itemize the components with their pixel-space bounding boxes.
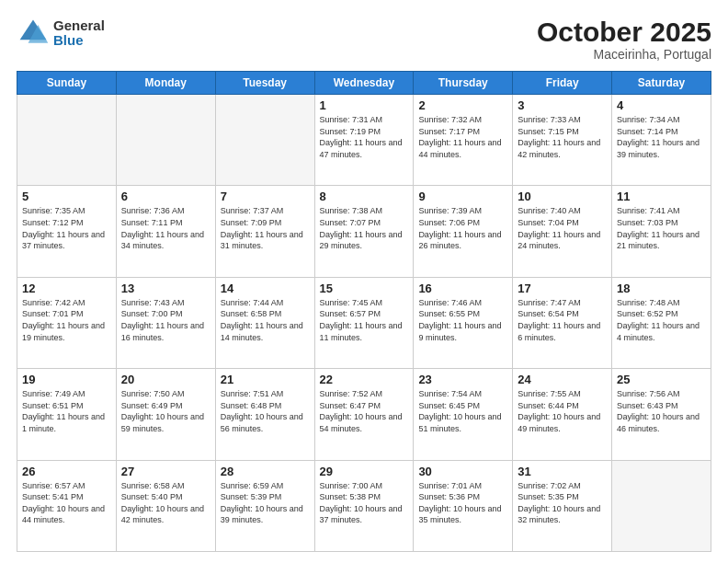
day-info: Sunrise: 7:43 AM Sunset: 7:00 PM Dayligh… [121, 297, 210, 343]
day-info: Sunrise: 7:41 AM Sunset: 7:03 PM Dayligh… [617, 205, 706, 251]
day-number: 17 [518, 282, 607, 295]
day-number: 28 [221, 465, 310, 478]
calendar-cell: 7Sunrise: 7:37 AM Sunset: 7:09 PM Daylig… [215, 186, 314, 277]
calendar-cell: 2Sunrise: 7:32 AM Sunset: 7:17 PM Daylig… [414, 95, 513, 186]
day-number: 22 [320, 373, 409, 386]
calendar-cell: 17Sunrise: 7:47 AM Sunset: 6:54 PM Dayli… [513, 277, 612, 368]
day-of-week-header: Sunday [17, 72, 117, 95]
day-number: 14 [221, 282, 310, 295]
day-info: Sunrise: 7:52 AM Sunset: 6:47 PM Dayligh… [320, 388, 409, 434]
day-of-week-header: Thursday [414, 72, 513, 95]
day-number: 18 [617, 282, 706, 295]
calendar-header-row: SundayMondayTuesdayWednesdayThursdayFrid… [17, 72, 711, 95]
calendar-cell: 18Sunrise: 7:48 AM Sunset: 6:52 PM Dayli… [612, 277, 711, 368]
calendar-cell: 4Sunrise: 7:34 AM Sunset: 7:14 PM Daylig… [612, 95, 711, 186]
calendar-cell: 23Sunrise: 7:54 AM Sunset: 6:45 PM Dayli… [414, 369, 513, 460]
calendar-cell: 11Sunrise: 7:41 AM Sunset: 7:03 PM Dayli… [612, 186, 711, 277]
day-number: 10 [518, 190, 607, 203]
day-info: Sunrise: 7:00 AM Sunset: 5:38 PM Dayligh… [320, 480, 409, 526]
day-info: Sunrise: 7:35 AM Sunset: 7:12 PM Dayligh… [22, 205, 111, 251]
calendar-week-row: 26Sunrise: 6:57 AM Sunset: 5:41 PM Dayli… [17, 460, 711, 551]
day-number: 5 [22, 190, 111, 203]
day-info: Sunrise: 7:36 AM Sunset: 7:11 PM Dayligh… [121, 205, 210, 251]
day-info: Sunrise: 7:54 AM Sunset: 6:45 PM Dayligh… [418, 388, 507, 434]
calendar-cell: 20Sunrise: 7:50 AM Sunset: 6:49 PM Dayli… [116, 369, 215, 460]
calendar-cell: 24Sunrise: 7:55 AM Sunset: 6:44 PM Dayli… [513, 369, 612, 460]
day-number: 25 [617, 373, 706, 386]
day-number: 29 [320, 465, 409, 478]
day-info: Sunrise: 7:51 AM Sunset: 6:48 PM Dayligh… [221, 388, 310, 434]
calendar-week-row: 12Sunrise: 7:42 AM Sunset: 7:01 PM Dayli… [17, 277, 711, 368]
day-info: Sunrise: 7:01 AM Sunset: 5:36 PM Dayligh… [418, 480, 507, 526]
day-number: 8 [320, 190, 409, 203]
calendar-cell: 8Sunrise: 7:38 AM Sunset: 7:07 PM Daylig… [314, 186, 414, 277]
calendar-cell: 13Sunrise: 7:43 AM Sunset: 7:00 PM Dayli… [116, 277, 215, 368]
day-of-week-header: Friday [513, 72, 612, 95]
day-number: 2 [418, 98, 507, 112]
day-info: Sunrise: 6:57 AM Sunset: 5:41 PM Dayligh… [22, 480, 111, 526]
calendar-cell: 14Sunrise: 7:44 AM Sunset: 6:58 PM Dayli… [215, 277, 314, 368]
day-number: 11 [617, 190, 706, 203]
day-number: 26 [22, 465, 111, 478]
day-info: Sunrise: 7:44 AM Sunset: 6:58 PM Dayligh… [221, 297, 310, 343]
calendar-cell: 9Sunrise: 7:39 AM Sunset: 7:06 PM Daylig… [414, 186, 513, 277]
calendar-cell: 16Sunrise: 7:46 AM Sunset: 6:55 PM Dayli… [414, 277, 513, 368]
calendar-cell: 5Sunrise: 7:35 AM Sunset: 7:12 PM Daylig… [17, 186, 117, 277]
day-info: Sunrise: 7:39 AM Sunset: 7:06 PM Dayligh… [418, 205, 507, 251]
calendar-cell: 26Sunrise: 6:57 AM Sunset: 5:41 PM Dayli… [17, 460, 117, 551]
calendar-cell: 31Sunrise: 7:02 AM Sunset: 5:35 PM Dayli… [513, 460, 612, 551]
calendar-table: SundayMondayTuesdayWednesdayThursdayFrid… [17, 71, 711, 552]
day-number: 21 [221, 373, 310, 386]
day-number: 23 [418, 373, 507, 386]
logo-blue-text: Blue [53, 33, 105, 49]
day-info: Sunrise: 7:34 AM Sunset: 7:14 PM Dayligh… [617, 114, 706, 160]
day-info: Sunrise: 6:59 AM Sunset: 5:39 PM Dayligh… [221, 480, 310, 526]
day-info: Sunrise: 7:38 AM Sunset: 7:07 PM Dayligh… [320, 205, 409, 251]
calendar-cell: 29Sunrise: 7:00 AM Sunset: 5:38 PM Dayli… [314, 460, 414, 551]
day-number: 24 [518, 373, 607, 386]
calendar-week-row: 19Sunrise: 7:49 AM Sunset: 6:51 PM Dayli… [17, 369, 711, 460]
calendar-cell [116, 95, 215, 186]
day-info: Sunrise: 7:50 AM Sunset: 6:49 PM Dayligh… [121, 388, 210, 434]
location: Maceirinha, Portugal [537, 47, 711, 62]
day-number: 31 [518, 465, 607, 478]
calendar-cell: 3Sunrise: 7:33 AM Sunset: 7:15 PM Daylig… [513, 95, 612, 186]
logo-text: General Blue [53, 18, 105, 49]
day-of-week-header: Saturday [612, 72, 711, 95]
day-number: 12 [22, 282, 111, 295]
calendar-cell [612, 460, 711, 551]
day-info: Sunrise: 7:49 AM Sunset: 6:51 PM Dayligh… [22, 388, 111, 434]
calendar-cell: 27Sunrise: 6:58 AM Sunset: 5:40 PM Dayli… [116, 460, 215, 551]
day-of-week-header: Monday [116, 72, 215, 95]
day-number: 9 [418, 190, 507, 203]
month-title: October 2025 [537, 17, 711, 47]
day-number: 1 [320, 98, 409, 112]
day-number: 16 [418, 282, 507, 295]
day-number: 19 [22, 373, 111, 386]
calendar-cell [17, 95, 117, 186]
day-number: 13 [121, 282, 210, 295]
calendar-cell [215, 95, 314, 186]
day-of-week-header: Wednesday [314, 72, 414, 95]
day-number: 6 [121, 190, 210, 203]
day-info: Sunrise: 7:48 AM Sunset: 6:52 PM Dayligh… [617, 297, 706, 343]
calendar-week-row: 5Sunrise: 7:35 AM Sunset: 7:12 PM Daylig… [17, 186, 711, 277]
day-number: 15 [320, 282, 409, 295]
day-info: Sunrise: 6:58 AM Sunset: 5:40 PM Dayligh… [121, 480, 210, 526]
logo: General Blue [17, 17, 105, 50]
calendar-week-row: 1Sunrise: 7:31 AM Sunset: 7:19 PM Daylig… [17, 95, 711, 186]
day-of-week-header: Tuesday [215, 72, 314, 95]
header: General Blue October 2025 Maceirinha, Po… [17, 17, 711, 62]
calendar-cell: 30Sunrise: 7:01 AM Sunset: 5:36 PM Dayli… [414, 460, 513, 551]
day-info: Sunrise: 7:02 AM Sunset: 5:35 PM Dayligh… [518, 480, 607, 526]
day-number: 7 [221, 190, 310, 203]
page: General Blue October 2025 Maceirinha, Po… [0, 0, 728, 563]
calendar-cell: 15Sunrise: 7:45 AM Sunset: 6:57 PM Dayli… [314, 277, 414, 368]
day-number: 27 [121, 465, 210, 478]
day-info: Sunrise: 7:56 AM Sunset: 6:43 PM Dayligh… [617, 388, 706, 434]
calendar-cell: 12Sunrise: 7:42 AM Sunset: 7:01 PM Dayli… [17, 277, 117, 368]
day-number: 4 [617, 98, 706, 112]
logo-icon [17, 17, 50, 50]
calendar-cell: 21Sunrise: 7:51 AM Sunset: 6:48 PM Dayli… [215, 369, 314, 460]
calendar-cell: 25Sunrise: 7:56 AM Sunset: 6:43 PM Dayli… [612, 369, 711, 460]
